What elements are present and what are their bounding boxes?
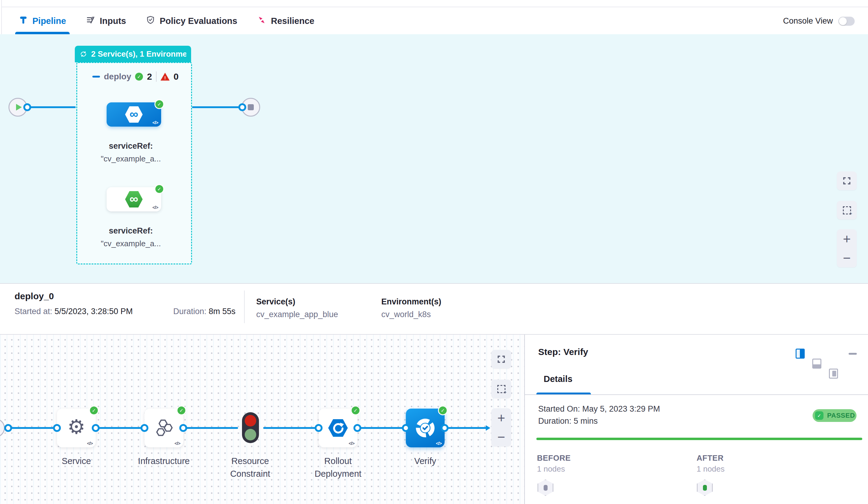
- marquee-select-button[interactable]: +: [837, 201, 857, 219]
- connector-line: [8, 427, 57, 429]
- connector-point: [179, 424, 187, 432]
- step-label: Rollout Deployment: [303, 455, 373, 480]
- services-header: Service(s): [256, 297, 295, 307]
- collapse-stage-icon[interactable]: [92, 76, 100, 78]
- console-view-label: Console View: [783, 16, 833, 26]
- infinity-glyph: ∞: [130, 108, 138, 120]
- service-ref-key: serviceRef:: [92, 224, 170, 237]
- step-service[interactable]: ⚙ </> ✓: [57, 409, 96, 448]
- zoom-in-button[interactable]: +: [491, 408, 511, 428]
- step-label: Verify: [395, 455, 455, 467]
- loop-icon: [80, 50, 87, 58]
- connector-point: [92, 424, 100, 432]
- fit-to-screen-button[interactable]: [491, 350, 511, 369]
- step-rollout-deployment[interactable]: </> ✓: [319, 409, 358, 448]
- layout-floating-pane-button[interactable]: [829, 369, 838, 379]
- warning-exclamation: !: [161, 75, 169, 80]
- tab-policy-evaluations[interactable]: Policy Evaluations: [146, 8, 237, 34]
- fit-to-screen-button[interactable]: [837, 172, 857, 190]
- before-node-hexagon[interactable]: [538, 480, 553, 496]
- traffic-light-red: [245, 415, 256, 426]
- duration-label: Duration:: [173, 307, 207, 316]
- zoom-out-button[interactable]: −: [491, 428, 511, 446]
- layout-bottom-pane-button[interactable]: [812, 359, 822, 369]
- step-details-panel: Step: Verify Details Started On: May 5, …: [525, 335, 868, 504]
- success-badge-icon: ✓: [351, 405, 360, 415]
- left-gutter: [0, 0, 2, 34]
- marquee-plus-glyph: +: [504, 390, 507, 395]
- stage-graph-canvas[interactable]: 2 Service(s), 1 Environme... deploy ✓ 2 …: [0, 34, 868, 283]
- connector-point: [4, 424, 12, 432]
- step-duration: Duration: 5 mins: [538, 416, 598, 426]
- zoom-controls: + −: [837, 229, 857, 267]
- connector-point: [353, 424, 361, 432]
- service-ref-value: "cv_example_a...: [92, 237, 170, 250]
- connector-point: [23, 103, 31, 111]
- service-node-2[interactable]: ∞ </> ✓: [107, 187, 161, 212]
- step-infrastructure[interactable]: </> ✓: [144, 409, 183, 448]
- layout-fill: [800, 350, 804, 358]
- duration-value: 8m 55s: [209, 307, 236, 316]
- pipeline-icon: [19, 16, 28, 27]
- warning-icon: !: [161, 72, 169, 81]
- connector-point: [141, 424, 148, 432]
- inputs-icon: [86, 16, 95, 27]
- started-at: Started at: 5/5/2023, 3:28:50 PM: [14, 307, 133, 316]
- harness-hexagon-icon: ∞: [125, 191, 143, 207]
- node-status-dot: [544, 485, 548, 491]
- stage-name: deploy: [104, 72, 131, 82]
- service-node-1[interactable]: ∞ </> ✓: [107, 102, 161, 127]
- step-label: Infrastructure: [134, 455, 194, 467]
- tab-inputs[interactable]: Inputs: [86, 8, 126, 34]
- tab-pipeline[interactable]: Pipeline: [19, 8, 66, 34]
- step-resource-constraint[interactable]: [242, 412, 259, 443]
- connector-point: [402, 424, 410, 432]
- tab-label: Inputs: [100, 16, 126, 26]
- step-panel-title: Step: Verify: [538, 347, 588, 357]
- panel-divider[interactable]: [524, 335, 525, 504]
- after-header: AFTER: [696, 453, 724, 463]
- success-badge-icon: ✓: [154, 184, 164, 194]
- code-icon: </>: [174, 441, 180, 446]
- minimize-panel-button[interactable]: [849, 353, 857, 355]
- code-icon: </>: [152, 205, 158, 210]
- step-verify[interactable]: </> ✓: [406, 409, 445, 448]
- services-value: cv_example_app_blue: [256, 310, 338, 319]
- console-view-toggle[interactable]: [838, 17, 855, 26]
- stop-icon: [248, 104, 254, 110]
- check-icon: ✓: [815, 411, 824, 420]
- status-badge: ✓ PASSED: [813, 409, 857, 422]
- divider: [525, 394, 868, 395]
- progress-bar: [536, 438, 862, 440]
- connector-line: [263, 427, 319, 429]
- zoom-in-button[interactable]: +: [837, 229, 857, 248]
- zoom-out-button[interactable]: −: [837, 248, 857, 267]
- traffic-light-green: [245, 429, 256, 440]
- status-label: PASSED: [827, 412, 855, 420]
- run-info-bar: deploy_0 Started at: 5/5/2023, 3:28:50 P…: [0, 283, 868, 335]
- infinity-glyph: ∞: [130, 193, 138, 205]
- toggle-knob: [839, 17, 847, 25]
- console-view-control: Console View: [783, 8, 855, 34]
- tab-details[interactable]: Details: [544, 374, 572, 384]
- started-at-value: 5/5/2023, 3:28:50 PM: [54, 307, 133, 316]
- tab-resilience[interactable]: Resilience: [257, 8, 314, 34]
- execution-graph-canvas[interactable]: ⚙ </> ✓ Service </> ✓ Infrastructure Res…: [0, 335, 524, 504]
- layout-right-pane-button[interactable]: [796, 349, 805, 359]
- started-at-label: Started at:: [14, 307, 52, 316]
- marquee-select-icon: +: [843, 206, 851, 214]
- service-node-2-label: serviceRef: "cv_example_a...: [92, 224, 170, 250]
- fullscreen-icon: [497, 355, 506, 364]
- success-count: 2: [147, 71, 152, 82]
- stage-group-badge[interactable]: 2 Service(s), 1 Environme...: [75, 46, 191, 62]
- top-strip: [0, 0, 868, 7]
- failure-count: 0: [174, 71, 179, 82]
- stage-header-row: deploy ✓ 2 ! 0: [92, 71, 179, 82]
- connector-line: [192, 106, 241, 108]
- marquee-select-button[interactable]: +: [491, 380, 511, 398]
- environments-header: Environment(s): [381, 297, 441, 307]
- resilience-icon: [257, 16, 266, 27]
- connector-arrowhead: [486, 425, 490, 431]
- harness-hexagon-icon: ∞: [125, 106, 143, 123]
- after-node-hexagon[interactable]: [697, 480, 713, 496]
